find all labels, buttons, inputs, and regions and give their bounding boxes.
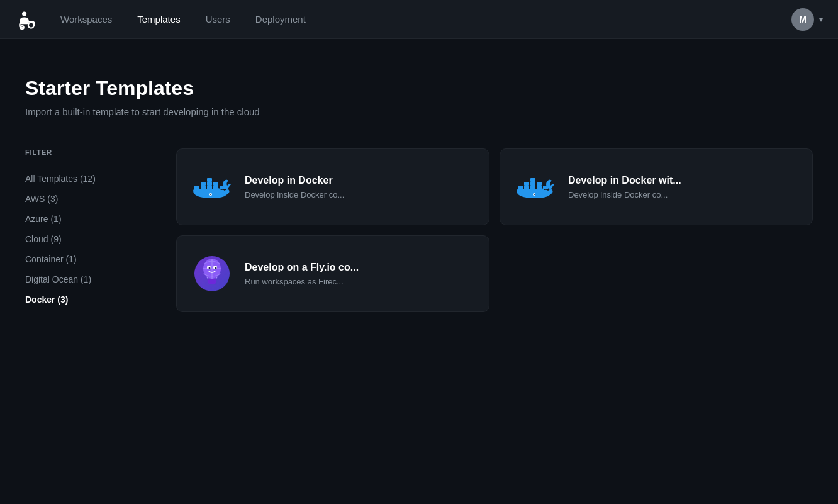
svg-rect-29 <box>208 279 216 284</box>
template-desc-2: Develop inside Docker co... <box>568 190 681 199</box>
user-avatar[interactable]: M <box>791 8 814 31</box>
svg-rect-20 <box>537 182 542 186</box>
template-name-2: Develop in Docker wit... <box>568 175 681 186</box>
svg-rect-4 <box>201 182 206 186</box>
svg-point-13 <box>210 194 211 195</box>
main-content: Starter Templates Import a built-in temp… <box>0 39 838 337</box>
template-card-docker-1[interactable]: Develop in Docker Develop inside Docker … <box>176 148 489 225</box>
nav-user-area: M ▾ <box>791 8 823 31</box>
page-title: Starter Templates <box>25 77 813 100</box>
svg-rect-14 <box>518 186 523 189</box>
template-info-2: Develop in Docker wit... Develop inside … <box>568 175 681 199</box>
svg-rect-5 <box>201 186 206 189</box>
template-card-fly[interactable]: Develop on a Fly.io co... Run workspaces… <box>176 235 489 312</box>
nav-templates[interactable]: Templates <box>137 14 180 25</box>
filter-cloud[interactable]: Cloud (9) <box>25 229 151 249</box>
app-logo[interactable] <box>15 7 40 32</box>
svg-rect-3 <box>194 186 199 189</box>
page-subtitle: Import a built-in template to start deve… <box>25 106 813 117</box>
svg-rect-6 <box>207 178 212 182</box>
svg-point-1 <box>28 22 34 28</box>
docker-icon-2 <box>515 167 556 207</box>
fly-icon <box>192 254 232 294</box>
content-area: FILTER All Templates (12) AWS (3) Azure … <box>25 148 813 312</box>
svg-rect-9 <box>213 182 218 186</box>
svg-rect-19 <box>530 186 535 189</box>
svg-rect-8 <box>207 186 212 189</box>
svg-point-35 <box>215 267 217 269</box>
nav-links: Workspaces Templates Users Deployment <box>60 14 791 25</box>
filter-azure[interactable]: Azure (1) <box>25 209 151 229</box>
filter-docker[interactable]: Docker (3) <box>25 289 151 310</box>
svg-point-34 <box>209 267 211 269</box>
template-info-3: Develop on a Fly.io co... Run workspaces… <box>245 262 359 286</box>
svg-rect-17 <box>530 178 535 182</box>
svg-rect-18 <box>530 182 535 186</box>
user-menu-chevron[interactable]: ▾ <box>819 15 823 24</box>
template-name-1: Develop in Docker <box>245 175 344 186</box>
svg-rect-15 <box>524 182 529 186</box>
filter-sidebar: FILTER All Templates (12) AWS (3) Azure … <box>25 148 151 312</box>
svg-rect-16 <box>524 186 529 189</box>
template-desc-3: Run workspaces as Firec... <box>245 277 359 286</box>
navbar: Workspaces Templates Users Deployment M … <box>0 0 838 39</box>
template-info-1: Develop in Docker Develop inside Docker … <box>245 175 344 199</box>
template-name-3: Develop on a Fly.io co... <box>245 262 359 273</box>
nav-workspaces[interactable]: Workspaces <box>60 14 112 25</box>
docker-icon-1 <box>192 167 232 207</box>
template-card-docker-2[interactable]: Develop in Docker wit... Develop inside … <box>500 148 813 225</box>
nav-deployment[interactable]: Deployment <box>255 14 306 25</box>
filter-aws[interactable]: AWS (3) <box>25 189 151 209</box>
template-grid: Develop in Docker Develop inside Docker … <box>176 148 813 312</box>
filter-digital-ocean[interactable]: Digital Ocean (1) <box>25 269 151 289</box>
template-desc-1: Develop inside Docker co... <box>245 190 344 199</box>
svg-point-0 <box>22 11 26 16</box>
nav-users[interactable]: Users <box>206 14 230 25</box>
filter-container[interactable]: Container (1) <box>25 249 151 269</box>
filter-label: FILTER <box>25 148 151 156</box>
svg-point-24 <box>534 194 535 195</box>
filter-all-templates[interactable]: All Templates (12) <box>25 169 151 189</box>
svg-rect-7 <box>207 182 212 186</box>
